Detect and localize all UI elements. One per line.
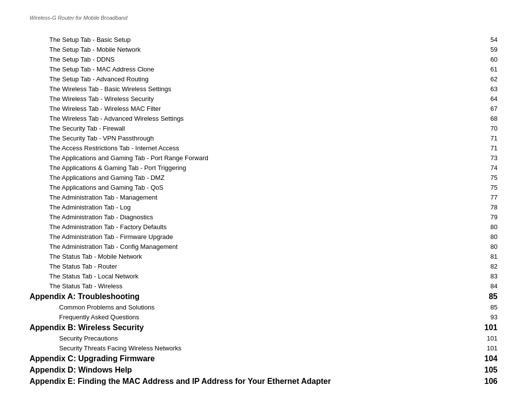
toc-entry-page: 105 [432,364,502,376]
toc-row: The Status Tab - Router82 [30,261,502,271]
toc-row: The Applications and Gaming Tab - Port R… [30,153,502,163]
toc-row: The Administration Tab - Management77 [30,192,502,202]
toc-entry-page: 101 [432,343,502,353]
toc-entry-page: 74 [432,163,502,172]
toc-entry-page: 70 [432,123,502,133]
toc-entry-label: The Administration Tab - Firmware Upgrad… [30,232,432,241]
toc-row: The Applications and Gaming Tab - DMZ75 [30,172,502,182]
toc-entry-label: The Administration Tab - Config Manageme… [30,241,432,251]
toc-entry-label: The Wireless Tab - Wireless Security [30,94,432,103]
toc-row: The Applications and Gaming Tab - QoS75 [30,182,502,192]
toc-entry-page: 59 [432,44,502,54]
toc-entry-label: The Administration Tab - Diagnostics [30,212,432,222]
toc-entry-page: 79 [432,212,502,222]
toc-entry-page: 101 [432,333,502,343]
toc-entry-label: The Status Tab - Wireless [30,281,432,291]
toc-row: The Wireless Tab - Basic Wireless Settin… [30,84,502,94]
toc-entry-page: 67 [432,103,502,113]
page-header: Wireless-G Router for Mobile Broadband [30,15,502,21]
toc-entry-page: 54 [432,34,502,44]
toc-entry-label: The Wireless Tab - Advanced Wireless Set… [30,113,432,123]
toc-entry-label: The Status Tab - Mobile Network [30,251,432,261]
toc-row: The Status Tab - Wireless84 [30,281,502,291]
toc-entry-page: 77 [432,192,502,202]
toc-row: The Wireless Tab - Wireless Security64 [30,94,502,103]
toc-entry-label: The Applications and Gaming Tab - QoS [30,182,432,192]
toc-entry-label: The Applications and Gaming Tab - DMZ [30,172,432,182]
toc-entry-page: 75 [432,182,502,192]
toc-row: The Administration Tab - Config Manageme… [30,241,502,251]
toc-row: Appendix C: Upgrading Firmware104 [30,353,502,364]
toc-entry-label: Appendix E: Finding the MAC Address and … [30,376,432,387]
toc-entry-label: The Access Restrictions Tab - Internet A… [30,143,432,153]
toc-entry-label: The Setup Tab - Basic Setup [30,34,432,44]
toc-entry-page: 80 [432,222,502,232]
toc-entry-label: Common Problems and Solutions [30,302,432,312]
toc-entry-label: The Administration Tab - Factory Default… [30,222,432,232]
toc-entry-label: The Status Tab - Local Network [30,271,432,281]
toc-row: The Setup Tab - Mobile Network59 [30,44,502,54]
toc-row: The Setup Tab - Basic Setup54 [30,34,502,44]
toc-entry-label: The Security Tab - Firewall [30,123,432,133]
toc-entry-page: 71 [432,133,502,143]
toc-entry-label: The Setup Tab - DDNS [30,54,432,64]
toc-row: Security Threats Facing Wireless Network… [30,343,502,353]
toc-row: Appendix D: Windows Help105 [30,364,502,376]
toc-entry-page: 101 [432,322,502,333]
toc-entry-label: The Wireless Tab - Basic Wireless Settin… [30,84,432,94]
toc-entry-page: 85 [432,291,502,302]
toc-row: Security Precautions101 [30,333,502,343]
toc-entry-label: The Wireless Tab - Wireless MAC Filter [30,103,432,113]
toc-row: Frequently Asked Questions93 [30,312,502,322]
toc-row: Appendix A: Troubleshooting85 [30,291,502,302]
toc-entry-page: 75 [432,172,502,182]
toc-entry-page: 104 [432,353,502,364]
toc-entry-label: Security Threats Facing Wireless Network… [30,343,432,353]
toc-entry-page: 84 [432,281,502,291]
toc-entry-label: The Applications & Gaming Tab - Port Tri… [30,163,432,172]
toc-entry-label: The Applications and Gaming Tab - Port R… [30,153,432,163]
toc-entry-page: 82 [432,261,502,271]
toc-row: The Administration Tab - Log78 [30,202,502,212]
toc-row: The Access Restrictions Tab - Internet A… [30,143,502,153]
toc-entry-page: 93 [432,312,502,322]
toc-entry-page: 80 [432,241,502,251]
toc-entry-label: Security Precautions [30,333,432,343]
toc-entry-page: 81 [432,251,502,261]
toc-row: The Security Tab - Firewall70 [30,123,502,133]
toc-row: The Status Tab - Mobile Network81 [30,251,502,261]
toc-entry-label: The Setup Tab - MAC Address Clone [30,64,432,74]
toc-row: The Wireless Tab - Wireless MAC Filter67 [30,103,502,113]
toc-entry-page: 62 [432,74,502,84]
toc-row: The Wireless Tab - Advanced Wireless Set… [30,113,502,123]
toc-entry-page: 73 [432,153,502,163]
toc-row: The Applications & Gaming Tab - Port Tri… [30,163,502,172]
toc-entry-page: 71 [432,143,502,153]
toc-entry-page: 83 [432,271,502,281]
toc-row: The Administration Tab - Diagnostics79 [30,212,502,222]
toc-entry-label: Appendix C: Upgrading Firmware [30,353,432,364]
toc-entry-label: The Administration Tab - Management [30,192,432,202]
toc-entry-page: 64 [432,94,502,103]
toc-row: Appendix B: Wireless Security101 [30,322,502,333]
toc-entry-page: 61 [432,64,502,74]
toc-entry-page: 80 [432,232,502,241]
toc-entry-page: 78 [432,202,502,212]
toc-entry-page: 63 [432,84,502,94]
toc-entry-page: 60 [432,54,502,64]
toc-entry-label: The Status Tab - Router [30,261,432,271]
toc-entry-label: The Administration Tab - Log [30,202,432,212]
toc-row: The Status Tab - Local Network83 [30,271,502,281]
toc-entry-label: Frequently Asked Questions [30,312,432,322]
toc-entry-page: 68 [432,113,502,123]
toc-row: The Administration Tab - Firmware Upgrad… [30,232,502,241]
toc-entry-page: 106 [432,376,502,387]
toc-entry-label: Appendix B: Wireless Security [30,322,432,333]
toc-entry-label: The Security Tab - VPN Passthrough [30,133,432,143]
toc-row: The Setup Tab - Advanced Routing62 [30,74,502,84]
toc-row: The Administration Tab - Factory Default… [30,222,502,232]
toc-row: Common Problems and Solutions85 [30,302,502,312]
toc-row: The Security Tab - VPN Passthrough71 [30,133,502,143]
toc-row: The Setup Tab - DDNS60 [30,54,502,64]
toc-entry-label: Appendix D: Windows Help [30,364,432,376]
